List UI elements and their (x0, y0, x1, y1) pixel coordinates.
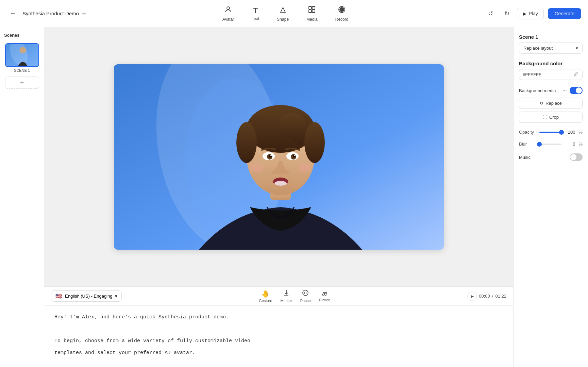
shape-tool-label: Shape (277, 17, 289, 22)
script-line-1: Hey! I'm Alex, and here's a quick Synthe… (54, 313, 503, 322)
color-dropper-icon[interactable]: 🖊 (573, 71, 579, 78)
back-button[interactable]: ← (7, 7, 19, 20)
edit-title-icon[interactable]: ✏ (82, 11, 86, 16)
gesture-tool[interactable]: 🤚 Gesture (259, 290, 272, 303)
play-label: Play (528, 11, 538, 16)
blur-value: 0 (565, 141, 575, 147)
chevron-down-icon: ▾ (115, 294, 117, 299)
toolbar-right: ↺ ↻ ▶ Play Generate (484, 7, 581, 20)
replace-icon: ↻ (540, 101, 543, 106)
shape-tool[interactable]: Shape (273, 3, 292, 24)
avatar-tool-label: Avatar (222, 17, 234, 22)
scenes-sidebar: Scenes (0, 27, 44, 367)
replace-label: Replace (545, 101, 562, 106)
svg-point-18 (304, 122, 325, 163)
opacity-row: Opacity 100 % (519, 130, 583, 135)
marker-tool[interactable]: Marker (280, 289, 292, 303)
play-button[interactable]: ▶ Play (517, 8, 543, 19)
pause-tool[interactable]: Pause (300, 289, 311, 303)
replace-button[interactable]: ↻ Replace (519, 98, 583, 109)
time-total: 01:22 (495, 294, 506, 299)
opacity-unit: % (578, 130, 583, 135)
opacity-slider[interactable] (539, 132, 561, 133)
scene-panel-title: Scene 1 (519, 34, 583, 40)
diction-label: Diction (319, 298, 331, 302)
record-icon (338, 5, 346, 16)
diction-tool[interactable]: æ Diction (319, 290, 331, 302)
crop-label: Crop (549, 115, 559, 120)
generate-button[interactable]: Generate (548, 8, 581, 19)
more-options-button[interactable]: ··· (562, 87, 567, 94)
bg-media-section: Background media ··· ↻ Replace ⛶ Crop (519, 87, 583, 123)
script-tools: 🤚 Gesture Marker (259, 289, 330, 303)
language-label: English (US) - Engaging (65, 294, 112, 299)
text-tool-label: Text (252, 16, 259, 21)
crop-icon: ⛶ (543, 115, 547, 120)
bg-color-section: Background color #FFFFFF 🖊 (519, 61, 583, 80)
opacity-label: Opacity (519, 130, 536, 135)
scene-1-thumb[interactable] (5, 43, 39, 67)
crop-button[interactable]: ⛶ Crop (519, 112, 583, 123)
svg-point-28 (274, 181, 287, 186)
undo-button[interactable]: ↺ (484, 7, 497, 20)
marker-icon (283, 289, 290, 298)
music-toggle[interactable] (570, 153, 583, 161)
gesture-label: Gesture (259, 299, 272, 303)
video-canvas (44, 27, 513, 286)
blur-slider[interactable] (539, 144, 561, 145)
bg-color-title: Background color (519, 61, 583, 66)
script-panel: 🇺🇸 English (US) - Engaging ▾ 🤚 Gesture (44, 286, 513, 367)
script-line-2 (54, 324, 503, 334)
video-frame[interactable] (114, 64, 444, 250)
music-row: Music (519, 153, 583, 161)
language-selector[interactable]: 🇺🇸 English (US) - Engaging ▾ (51, 290, 122, 302)
script-text-area[interactable]: Hey! I'm Alex, and here's a quick Synthe… (44, 306, 513, 367)
diction-icon: æ (322, 290, 327, 297)
music-label: Music (519, 155, 531, 160)
redo-button[interactable]: ↻ (501, 7, 513, 20)
svg-point-33 (303, 290, 308, 296)
pause-icon (302, 289, 309, 298)
canvas-area: 🇺🇸 English (US) - Engaging ▾ 🤚 Gesture (44, 27, 513, 367)
bg-color-value: #FFFFFF (523, 72, 541, 77)
script-toolbar: 🇺🇸 English (US) - Engaging ▾ 🤚 Gesture (44, 287, 513, 306)
svg-point-9 (19, 47, 26, 53)
toolbar-left: ← Synthesia Product Demo ✏ (7, 7, 86, 20)
flag-icon: 🇺🇸 (55, 293, 62, 299)
scene-1-label: SCENE 1 (5, 68, 39, 72)
pause-label: Pause (300, 299, 311, 303)
script-line-4: templates and select your preferred AI a… (54, 348, 503, 357)
blur-label: Blur (519, 141, 536, 147)
svg-rect-2 (312, 6, 315, 9)
chevron-down-icon: ▾ (576, 46, 578, 51)
svg-rect-1 (309, 6, 312, 9)
layout-dropdown[interactable]: Replace layout ▾ (519, 43, 583, 54)
bg-media-header: Background media ··· (519, 87, 583, 94)
action-buttons: ↻ Replace ⛶ Crop (519, 98, 583, 123)
play-small-button[interactable]: ▶ (467, 291, 477, 301)
time-separator: / (492, 294, 493, 299)
main-content: Scenes (0, 27, 588, 367)
text-tool[interactable]: T Text (248, 4, 263, 23)
media-icon (308, 5, 316, 16)
bg-media-toggle[interactable] (570, 87, 583, 94)
right-panel: Scene 1 Replace layout ▾ Background colo… (513, 27, 588, 367)
bg-color-input[interactable]: #FFFFFF 🖊 (519, 69, 583, 80)
svg-point-0 (227, 7, 230, 10)
shape-icon (279, 5, 287, 16)
svg-point-25 (270, 155, 272, 156)
play-icon: ▶ (523, 11, 526, 16)
add-scene-button[interactable]: + (5, 77, 39, 89)
media-tool-label: Media (306, 17, 318, 22)
script-line-3: To begin, choose from a wide variety of … (54, 336, 503, 346)
time-current: 00:00 (479, 294, 490, 299)
toolbar-center: Avatar T Text Shape Media (219, 3, 352, 24)
media-tool[interactable]: Media (303, 3, 321, 24)
blur-section: Blur 0 % (519, 141, 583, 147)
record-tool[interactable]: Record (332, 3, 352, 24)
svg-rect-3 (309, 10, 312, 13)
svg-point-17 (236, 122, 257, 163)
gesture-icon: 🤚 (261, 290, 270, 298)
record-tool-label: Record (335, 17, 349, 22)
avatar-tool[interactable]: Avatar (219, 3, 237, 24)
